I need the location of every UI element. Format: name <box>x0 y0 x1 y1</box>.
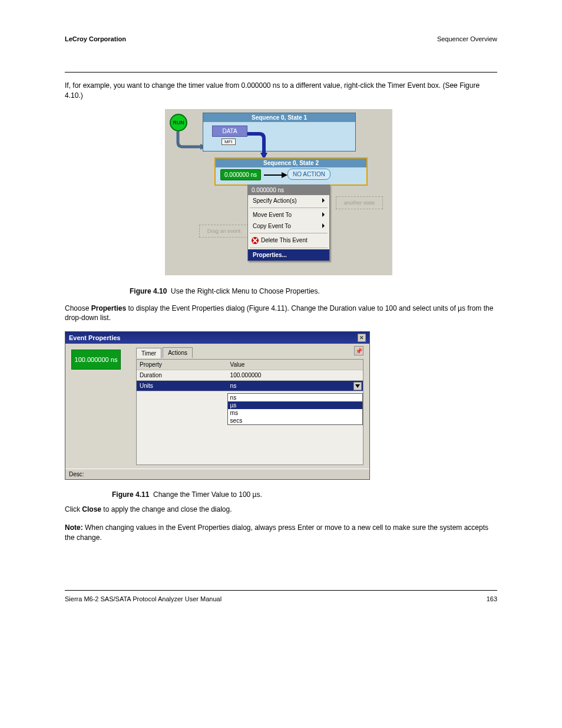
dialog-title: Event Properties <box>69 334 120 341</box>
figure-1-caption: Figure 4.10 Use the Right-click Menu to … <box>130 287 497 295</box>
menu-specify-actions[interactable]: Specify Action(s) <box>248 195 329 206</box>
time-badge[interactable]: 100.000000 ns <box>71 350 121 370</box>
dialog-desc-bar: Desc: <box>65 469 369 479</box>
dd-item-ns[interactable]: ns <box>228 394 362 401</box>
dialog-left-panel: 100.000000 ns <box>65 344 136 467</box>
units-label: Units <box>137 381 227 391</box>
note-paragraph: Note: When changing values in the Event … <box>65 523 497 543</box>
menu-separator <box>250 233 328 233</box>
menu-properties-label: Properties... <box>253 252 287 258</box>
context-menu: 0.000000 ns Specify Action(s) Move Event… <box>247 185 330 261</box>
intro-paragraph: If, for example, you want to change the … <box>65 81 497 101</box>
svg-marker-4 <box>355 384 360 388</box>
dialog-titlebar[interactable]: Event Properties ✕ <box>65 332 369 344</box>
ghost-another-state: another state <box>336 196 383 209</box>
run-arrow-path <box>172 131 207 155</box>
delete-icon <box>252 237 259 244</box>
units-value[interactable]: ns <box>227 381 363 391</box>
menu-delete-event[interactable]: Delete This Event <box>248 235 329 246</box>
run-badge[interactable]: RUN <box>170 114 187 131</box>
doc-section: Sequencer Overview <box>437 35 497 42</box>
data-chip[interactable]: DATA <box>212 126 247 137</box>
dd-item-ms[interactable]: ms <box>228 409 362 417</box>
state-2-title: Sequence 0, State 2 <box>216 159 366 167</box>
menu-copy-label: Copy Event To <box>253 223 291 229</box>
menu-move-event[interactable]: Move Event To <box>248 209 329 220</box>
header-rule <box>65 72 497 73</box>
footer-doc-title: Sierra M6-2 SAS/SATA Protocol Analyzer U… <box>65 595 222 602</box>
mfi-chip[interactable]: MFI <box>222 139 236 145</box>
context-menu-title: 0.000000 ns <box>248 185 329 195</box>
figure-1: RUN Sequence 0, State 1 DATA MFI Sequenc… <box>165 109 392 275</box>
ghost-drag-event: Drag an event <box>199 225 249 238</box>
between-paragraph: Choose Properties to display the Event P… <box>65 304 497 324</box>
timer-event-box[interactable]: 0.000000 ns <box>220 169 261 180</box>
units-dropdown-list: ns µs ms secs <box>227 393 363 425</box>
col-value: Value <box>227 360 363 370</box>
menu-delete-label: Delete This Event <box>261 237 308 243</box>
col-property: Property <box>137 360 227 370</box>
tab-timer[interactable]: Timer <box>136 348 161 358</box>
menu-properties[interactable]: Properties... <box>248 249 329 261</box>
duration-label: Duration <box>137 370 227 381</box>
row-units[interactable]: Units ns <box>137 381 363 391</box>
chevron-right-icon <box>322 223 325 228</box>
data-arrow <box>247 129 283 161</box>
dialog-right-panel: 📌 Timer Actions Property Value Duration … <box>136 344 369 467</box>
chevron-down-icon <box>355 384 360 388</box>
figure-2-caption: Figure 4.11 Change the Timer Value to 10… <box>112 490 497 499</box>
dropdown-button[interactable] <box>353 382 362 390</box>
menu-separator <box>250 207 328 208</box>
step-close: Click Close to apply the change and clos… <box>65 505 497 515</box>
menu-move-label: Move Event To <box>253 212 292 218</box>
dd-item-us[interactable]: µs <box>228 401 362 409</box>
no-action-chip[interactable]: NO ACTION <box>287 169 330 180</box>
event-properties-dialog: Event Properties ✕ 100.000000 ns 📌 Timer… <box>65 331 370 480</box>
close-icon[interactable]: ✕ <box>358 334 366 342</box>
footer-rule <box>65 590 497 591</box>
duration-value[interactable]: 100.000000 <box>227 370 363 381</box>
time-arrow <box>264 172 287 179</box>
chevron-right-icon <box>322 212 325 217</box>
chevron-right-icon <box>322 198 325 203</box>
tabs: Timer Actions <box>136 347 363 358</box>
doc-company: LeCroy Corporation <box>65 35 126 42</box>
row-duration[interactable]: Duration 100.000000 <box>137 370 363 381</box>
state-1-title: Sequence 0, State 1 <box>203 113 355 122</box>
menu-separator <box>250 248 328 248</box>
menu-specify-label: Specify Action(s) <box>253 197 296 204</box>
pin-icon[interactable]: 📌 <box>354 346 363 355</box>
properties-panel: Property Value Duration 100.000000 Units… <box>136 359 363 465</box>
tab-actions[interactable]: Actions <box>163 347 193 358</box>
menu-copy-event[interactable]: Copy Event To <box>248 220 329 232</box>
page-number: 163 <box>487 595 497 602</box>
grid-header-row: Property Value <box>137 360 363 370</box>
svg-marker-3 <box>282 172 287 178</box>
dd-item-secs[interactable]: secs <box>228 417 362 424</box>
